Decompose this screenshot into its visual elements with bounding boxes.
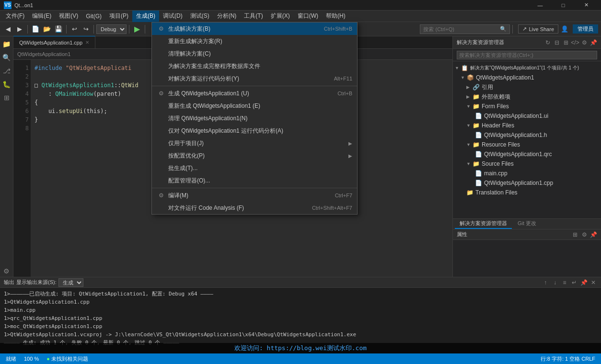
tree-header-h[interactable]: 📄 QtWidgetsApplication1.h — [453, 130, 601, 140]
menu-file[interactable]: 文件(F) — [2, 11, 28, 22]
toolbar-undo-btn[interactable]: ↩ — [69, 24, 80, 34]
menu-edit[interactable]: 编辑(E) — [28, 11, 55, 22]
se-sync-btn[interactable]: ↻ — [544, 39, 552, 46]
output-up-btn[interactable]: ↑ — [542, 279, 549, 286]
tree-solution-root[interactable]: ▼ 📋 解决方案"QtWidgetsApplication1"(1 个项目/共 … — [453, 63, 601, 73]
search-input[interactable] — [423, 26, 500, 32]
tree-references[interactable]: ▶ 🔗 引用 — [453, 82, 601, 92]
external-deps-label: 外部依赖项 — [482, 93, 510, 101]
status-bar: 就绪 100 % ● 未找到相关问题 行:8 字符: 1 空格 CRLF — [0, 353, 601, 364]
tree-header-files[interactable]: ▼ 📁 Header Files — [453, 121, 601, 130]
properties-pin-btn[interactable]: 📌 — [589, 231, 597, 239]
menu-item-only-project[interactable]: 仅用于项目(J) ▶ — [152, 137, 357, 149]
menu-item-analyze-project[interactable]: 仅对 QtWidgetsApplication1 运行代码分析(A) — [152, 125, 357, 137]
menu-test[interactable]: 测试(S) — [186, 11, 213, 22]
menu-item-config-manager[interactable]: 配置管理器(O)... — [152, 174, 357, 187]
live-share-button[interactable]: ↗ Live Share — [518, 24, 558, 34]
toolbar-redo-btn[interactable]: ↪ — [81, 24, 91, 34]
output-down-btn[interactable]: ↓ — [551, 279, 559, 286]
line-numbers: 12345678 — [13, 60, 31, 277]
live-share-icon: ↗ — [522, 26, 527, 32]
menu-analyze[interactable]: 分析(N) — [213, 11, 241, 22]
output-wrap-btn[interactable]: ↵ — [570, 279, 578, 286]
toolbar-new-btn[interactable]: 📄 — [30, 24, 41, 34]
menu-item-rebuild-solution[interactable]: 重新生成解决方案(R) — [152, 35, 357, 47]
se-collapse-btn[interactable]: ⊟ — [553, 39, 561, 46]
output-header-left: 输出 显示输出来源(S): 生成 — [4, 278, 83, 287]
menu-item-code-analysis[interactable]: 对文件运行 Code Analysis (F) Ctrl+Shift+Alt+F… — [152, 202, 357, 214]
maximize-button[interactable]: □ — [552, 0, 574, 11]
menu-extensions[interactable]: 扩展(X) — [267, 11, 294, 22]
solution-explorer-search[interactable] — [457, 51, 597, 59]
tree-resource-qrc[interactable]: 📄 QtWidgetsApplication1.qrc — [453, 149, 601, 159]
tree-app-cpp[interactable]: 📄 QtWidgetsApplication1.cpp — [453, 178, 601, 188]
form-files-icon: 📁 — [473, 103, 480, 110]
menu-help[interactable]: 帮助(H) — [322, 11, 349, 22]
compile-label: 编译(M) — [168, 192, 325, 200]
menu-item-batch-build[interactable]: 批生成(T)... — [152, 162, 357, 174]
menu-debug[interactable]: 调试(D) — [159, 11, 186, 22]
toolbar-back-btn[interactable]: ◀ — [3, 24, 13, 34]
menu-item-build-solution[interactable]: ⚙ 生成解决方案(B) Ctrl+Shift+B — [152, 23, 357, 35]
tab-git-changes[interactable]: Git 更改 — [513, 219, 541, 229]
toolbar-person-btn[interactable]: 👤 — [559, 24, 570, 34]
menu-item-clean-project[interactable]: 清理 QtWidgetsApplication1(N) — [152, 112, 357, 125]
app-icon: VS — [4, 1, 12, 9]
output-close-btn[interactable]: ✕ — [589, 279, 597, 286]
output-pin-btn[interactable]: 📌 — [580, 279, 588, 286]
debug-config-dropdown[interactable]: Debug — [96, 24, 127, 34]
activity-debug-btn[interactable]: 🐛 — [1, 79, 12, 90]
menu-item-rebuild-project[interactable]: 重新生成 QtWidgetsApplication1 (E) — [152, 100, 357, 112]
minimize-button[interactable]: — — [529, 0, 551, 11]
menu-item-batch-optimize[interactable]: 按配置优化(P) ▶ — [152, 149, 357, 162]
activity-explorer-btn[interactable]: 📁 — [1, 38, 12, 50]
activity-extensions-btn[interactable]: ⊞ — [1, 92, 12, 103]
toolbar-open-btn[interactable]: 📂 — [42, 24, 52, 34]
menu-view[interactable]: 视图(V) — [55, 11, 82, 22]
tree-form-files[interactable]: ▼ 📁 Form Files — [453, 102, 601, 111]
activity-search-btn[interactable]: 🔍 — [1, 52, 12, 63]
se-pin-btn[interactable]: 📌 — [589, 39, 597, 46]
menu-item-build-project[interactable]: ⚙ 生成 QtWidgetsApplication1 (U) Ctrl+B — [152, 87, 357, 100]
close-button[interactable]: ✕ — [575, 0, 597, 11]
menu-item-analyze-solution[interactable]: 对解决方案运行代码分析(Y) Alt+F11 — [152, 72, 357, 85]
menu-item-generate-complete[interactable]: 为解决方案生成完整程序数据库文件 — [152, 60, 357, 72]
activity-git-btn[interactable]: ⎇ — [1, 65, 12, 77]
tree-external-deps[interactable]: ▶ 📁 外部依赖项 — [453, 92, 601, 102]
tree-main-cpp[interactable]: 📄 main.cpp — [453, 169, 601, 178]
se-filter-btn[interactable]: ⊞ — [562, 39, 570, 46]
menu-build[interactable]: 生成(B) — [132, 11, 159, 22]
menu-item-clean-solution[interactable]: 清理解决方案(C) — [152, 47, 357, 60]
toolbar-forward-btn[interactable]: ▶ — [14, 24, 25, 34]
toolbar-start-btn[interactable]: ▶ — [132, 24, 142, 34]
properties-sort-btn[interactable]: ⊞ — [571, 231, 579, 239]
tree-project[interactable]: ▼ 📦 QtWidgetsApplication1 — [453, 73, 601, 82]
menu-tools[interactable]: 工具(T) — [240, 11, 266, 22]
analyze-project-label: 仅对 QtWidgetsApplication1 运行代码分析(A) — [168, 127, 352, 135]
properties-settings-btn[interactable]: ⚙ — [580, 231, 588, 239]
output-line-2: 1>QtWidgetsApplication1.cpp — [4, 298, 597, 306]
resource-qrc-label: QtWidgetsApplication1.qrc — [484, 151, 552, 158]
toolbar-save-btn[interactable]: 💾 — [53, 24, 64, 34]
tab-close-icon[interactable]: ✕ — [85, 40, 89, 45]
se-settings-btn[interactable]: ⚙ — [580, 39, 588, 46]
tree-translation-files[interactable]: 📁 Translation Files — [453, 188, 601, 197]
menu-git[interactable]: Git(G) — [82, 11, 105, 22]
se-code-btn[interactable]: </> — [571, 39, 579, 46]
build-dropdown-menu: ⚙ 生成解决方案(B) Ctrl+Shift+B 重新生成解决方案(R) 清理解… — [151, 22, 358, 215]
watermark-bar: 欢迎访问: https://blog.wei测试水印.com — [0, 343, 601, 353]
output-clear-btn[interactable]: ≡ — [561, 279, 568, 286]
admin-button[interactable]: 管理员 — [573, 24, 598, 34]
tab-solution-explorer[interactable]: 解决方案资源管理器 — [455, 219, 512, 229]
menu-project[interactable]: 项目(P) — [105, 11, 132, 22]
editor-tab-active[interactable]: QtWidgetsApplication1.cpp ✕ — [13, 36, 95, 48]
menu-window[interactable]: 窗口(W) — [294, 11, 322, 22]
tree-resource-files[interactable]: ▼ 📁 Resource Files — [453, 140, 601, 149]
menu-item-compile[interactable]: ⚙ 编译(M) Ctrl+F7 — [152, 189, 357, 202]
title-bar: VS Qt...on1 — □ ✕ — [0, 0, 601, 11]
tree-source-files[interactable]: ▼ 📁 Source Files — [453, 159, 601, 169]
activity-settings-btn[interactable]: ⚙ — [1, 265, 12, 277]
output-source-dropdown[interactable]: 生成 — [58, 278, 83, 287]
status-left: 就绪 100 % ● 未找到相关问题 — [4, 355, 90, 363]
tree-form-ui[interactable]: 📄 QtWidgetsApplication1.ui — [453, 111, 601, 121]
